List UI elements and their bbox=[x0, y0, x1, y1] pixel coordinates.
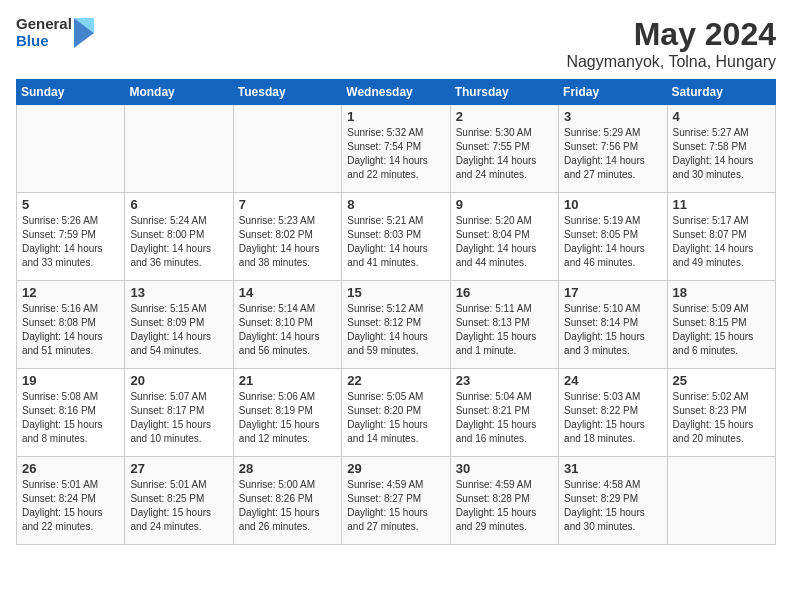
cell-content: Daylight: 14 hours bbox=[22, 331, 103, 342]
day-number: 10 bbox=[564, 197, 661, 212]
day-number: 6 bbox=[130, 197, 227, 212]
cell-content: Sunset: 8:08 PM bbox=[22, 317, 96, 328]
cell-content: Sunrise: 4:59 AM bbox=[456, 479, 532, 490]
day-number: 4 bbox=[673, 109, 770, 124]
cell-content: Daylight: 15 hours bbox=[22, 419, 103, 430]
day-number: 20 bbox=[130, 373, 227, 388]
cell-content: and 29 minutes. bbox=[456, 521, 527, 532]
title-area: May 2024 Nagymanyok, Tolna, Hungary bbox=[566, 16, 776, 71]
cell-content: Sunset: 8:29 PM bbox=[564, 493, 638, 504]
cell-content: Daylight: 15 hours bbox=[239, 507, 320, 518]
cell-content: Daylight: 15 hours bbox=[239, 419, 320, 430]
calendar-cell: 3Sunrise: 5:29 AMSunset: 7:56 PMDaylight… bbox=[559, 105, 667, 193]
cell-content: and 30 minutes. bbox=[673, 169, 744, 180]
calendar-cell bbox=[17, 105, 125, 193]
cell-content: Sunrise: 5:16 AM bbox=[22, 303, 98, 314]
day-number: 21 bbox=[239, 373, 336, 388]
cell-content: Daylight: 15 hours bbox=[347, 507, 428, 518]
cell-content: and 30 minutes. bbox=[564, 521, 635, 532]
header: General Blue May 2024 Nagymanyok, Tolna,… bbox=[16, 16, 776, 71]
cell-content: and 56 minutes. bbox=[239, 345, 310, 356]
calendar-cell: 29Sunrise: 4:59 AMSunset: 8:27 PMDayligh… bbox=[342, 457, 450, 545]
cell-content: Sunrise: 4:59 AM bbox=[347, 479, 423, 490]
day-number: 22 bbox=[347, 373, 444, 388]
cell-content: Sunset: 8:19 PM bbox=[239, 405, 313, 416]
day-number: 30 bbox=[456, 461, 553, 476]
cell-content: and 20 minutes. bbox=[673, 433, 744, 444]
calendar-cell: 9Sunrise: 5:20 AMSunset: 8:04 PMDaylight… bbox=[450, 193, 558, 281]
cell-content: Sunset: 8:05 PM bbox=[564, 229, 638, 240]
cell-content: and 24 minutes. bbox=[456, 169, 527, 180]
cell-content: Sunset: 8:26 PM bbox=[239, 493, 313, 504]
cell-content: Sunrise: 5:29 AM bbox=[564, 127, 640, 138]
calendar-cell: 4Sunrise: 5:27 AMSunset: 7:58 PMDaylight… bbox=[667, 105, 775, 193]
cell-content: Daylight: 15 hours bbox=[456, 331, 537, 342]
cell-content: Daylight: 15 hours bbox=[564, 419, 645, 430]
cell-content: Sunset: 8:10 PM bbox=[239, 317, 313, 328]
day-number: 24 bbox=[564, 373, 661, 388]
cell-content: Daylight: 15 hours bbox=[564, 331, 645, 342]
cell-content: and 26 minutes. bbox=[239, 521, 310, 532]
calendar-cell: 14Sunrise: 5:14 AMSunset: 8:10 PMDayligh… bbox=[233, 281, 341, 369]
cell-content: Sunrise: 5:30 AM bbox=[456, 127, 532, 138]
day-number: 1 bbox=[347, 109, 444, 124]
day-number: 23 bbox=[456, 373, 553, 388]
day-number: 16 bbox=[456, 285, 553, 300]
calendar-cell: 16Sunrise: 5:11 AMSunset: 8:13 PMDayligh… bbox=[450, 281, 558, 369]
cell-content: Daylight: 15 hours bbox=[347, 419, 428, 430]
cell-content: and 44 minutes. bbox=[456, 257, 527, 268]
cell-content: Sunrise: 5:07 AM bbox=[130, 391, 206, 402]
calendar-cell: 24Sunrise: 5:03 AMSunset: 8:22 PMDayligh… bbox=[559, 369, 667, 457]
calendar-week-row: 1Sunrise: 5:32 AMSunset: 7:54 PMDaylight… bbox=[17, 105, 776, 193]
cell-content: Sunset: 8:16 PM bbox=[22, 405, 96, 416]
day-number: 13 bbox=[130, 285, 227, 300]
cell-content: and 1 minute. bbox=[456, 345, 517, 356]
calendar-cell: 6Sunrise: 5:24 AMSunset: 8:00 PMDaylight… bbox=[125, 193, 233, 281]
cell-content: Sunrise: 5:19 AM bbox=[564, 215, 640, 226]
day-number: 2 bbox=[456, 109, 553, 124]
cell-content: Sunrise: 4:58 AM bbox=[564, 479, 640, 490]
cell-content: Sunrise: 5:01 AM bbox=[22, 479, 98, 490]
cell-content: Sunrise: 5:26 AM bbox=[22, 215, 98, 226]
day-number: 19 bbox=[22, 373, 119, 388]
day-number: 18 bbox=[673, 285, 770, 300]
cell-content: Sunset: 7:59 PM bbox=[22, 229, 96, 240]
cell-content: and 3 minutes. bbox=[564, 345, 630, 356]
cell-content: Sunset: 8:25 PM bbox=[130, 493, 204, 504]
cell-content: Sunrise: 5:21 AM bbox=[347, 215, 423, 226]
cell-content: Sunrise: 5:15 AM bbox=[130, 303, 206, 314]
cell-content: Sunset: 8:21 PM bbox=[456, 405, 530, 416]
cell-content: Sunrise: 5:06 AM bbox=[239, 391, 315, 402]
cell-content: Daylight: 14 hours bbox=[130, 243, 211, 254]
cell-content: Sunset: 8:27 PM bbox=[347, 493, 421, 504]
calendar-cell: 15Sunrise: 5:12 AMSunset: 8:12 PMDayligh… bbox=[342, 281, 450, 369]
cell-content: and 10 minutes. bbox=[130, 433, 201, 444]
cell-content: Daylight: 14 hours bbox=[456, 155, 537, 166]
weekday-header-row: SundayMondayTuesdayWednesdayThursdayFrid… bbox=[17, 80, 776, 105]
cell-content: and 27 minutes. bbox=[347, 521, 418, 532]
cell-content: Sunrise: 5:08 AM bbox=[22, 391, 98, 402]
cell-content: Sunset: 8:02 PM bbox=[239, 229, 313, 240]
cell-content: Daylight: 14 hours bbox=[564, 155, 645, 166]
weekday-header-wednesday: Wednesday bbox=[342, 80, 450, 105]
cell-content: Sunset: 8:24 PM bbox=[22, 493, 96, 504]
calendar-cell: 19Sunrise: 5:08 AMSunset: 8:16 PMDayligh… bbox=[17, 369, 125, 457]
cell-content: Sunrise: 5:17 AM bbox=[673, 215, 749, 226]
cell-content: Sunrise: 5:12 AM bbox=[347, 303, 423, 314]
cell-content: Sunrise: 5:10 AM bbox=[564, 303, 640, 314]
day-number: 15 bbox=[347, 285, 444, 300]
day-number: 28 bbox=[239, 461, 336, 476]
weekday-header-friday: Friday bbox=[559, 80, 667, 105]
cell-content: Sunset: 8:20 PM bbox=[347, 405, 421, 416]
cell-content: and 41 minutes. bbox=[347, 257, 418, 268]
cell-content: Sunset: 7:56 PM bbox=[564, 141, 638, 152]
cell-content: Daylight: 14 hours bbox=[130, 331, 211, 342]
day-number: 17 bbox=[564, 285, 661, 300]
cell-content: and 12 minutes. bbox=[239, 433, 310, 444]
calendar-cell: 7Sunrise: 5:23 AMSunset: 8:02 PMDaylight… bbox=[233, 193, 341, 281]
cell-content: Sunset: 8:07 PM bbox=[673, 229, 747, 240]
cell-content: Daylight: 15 hours bbox=[130, 507, 211, 518]
cell-content: Sunset: 8:03 PM bbox=[347, 229, 421, 240]
day-number: 27 bbox=[130, 461, 227, 476]
logo-arrow-icon bbox=[74, 18, 94, 48]
